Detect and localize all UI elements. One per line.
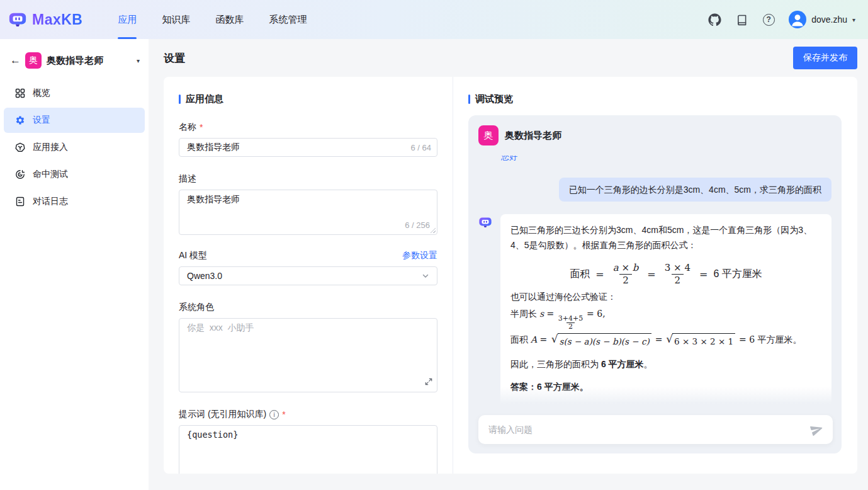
role-label: 系统角色 — [179, 302, 437, 313]
back-arrow-icon[interactable]: ← — [10, 54, 25, 67]
sidebar-item-hit-test[interactable]: 命中测试 — [4, 162, 145, 187]
section-accent-bar — [179, 94, 181, 104]
help-icon[interactable]: ? — [762, 13, 775, 26]
area-formula: 面积= a × b2 = 3 × 42 = 6 平方厘米 — [510, 262, 821, 287]
send-icon[interactable] — [810, 423, 824, 436]
question-input[interactable] — [488, 424, 810, 435]
chevron-down-icon — [422, 272, 429, 280]
target-icon — [15, 169, 25, 179]
main-nav: 应用 知识库 函数库 系统管理 — [105, 0, 319, 39]
save-publish-button[interactable]: 保存并发布 — [793, 47, 857, 69]
github-icon[interactable] — [707, 13, 721, 26]
nav-item-knowledge[interactable]: 知识库 — [149, 0, 203, 39]
sidebar-item-overview[interactable]: 概览 — [4, 81, 145, 106]
nav-item-functions[interactable]: 函数库 — [203, 0, 256, 39]
app-icon: 奥 — [25, 52, 42, 69]
chat-preview: 奥 奥数指导老师 您好 已知一个三角形的边长分别是3cm、4cm、5cm，求三角… — [468, 115, 842, 453]
prompt-label: 提示词 (无引用知识库) i * — [179, 409, 437, 420]
app-sidebar: ← 奥 奥数指导老师 ▾ 概览 设置 — [0, 39, 149, 490]
section-accent-bar — [468, 94, 470, 104]
ai-paragraph: 已知三角形的三边长分别为3cm、4cm和5cm，这是一个直角三角形（因为3、4、… — [510, 223, 821, 253]
model-select[interactable]: Qwen3.0 — [179, 266, 437, 285]
app-name: 奥数指导老师 — [47, 55, 137, 67]
ai-paragraph: 也可以通过海伦公式验证： — [510, 290, 821, 305]
expand-icon[interactable] — [425, 377, 432, 387]
params-settings-link[interactable]: 参数设置 — [402, 250, 437, 261]
prompt-textarea[interactable]: {question} — [179, 425, 437, 474]
chat-app-icon: 奥 — [478, 125, 499, 145]
caret-down-icon: ▾ — [852, 16, 855, 23]
debug-preview-pane: 调试预览 奥 奥数指导老师 您好 已知一个三角形的边长分别是3cm、4cm、5c… — [453, 77, 857, 474]
document-icon — [15, 197, 25, 207]
app-info-pane: 应用信息 名称* 6 / 64 描述 奥数指导老师 6 / 256 AI 模型 — [164, 77, 453, 474]
maxkb-logo[interactable]: MaxKB — [8, 10, 82, 29]
chat-messages[interactable]: 奥 奥数指导老师 您好 已知一个三角形的边长分别是3cm、4cm、5cm，求三角… — [468, 115, 842, 406]
gear-icon — [15, 115, 25, 125]
desc-label: 描述 — [179, 173, 437, 185]
required-mark: * — [282, 409, 285, 419]
heron-semi-perimeter: 半周长 s = 3+4+52 = 6, — [510, 306, 821, 331]
required-mark: * — [200, 122, 203, 132]
model-label: AI 模型 — [179, 250, 207, 261]
name-label: 名称* — [179, 122, 437, 133]
chat-input-bar — [478, 415, 833, 444]
caret-down-icon: ▾ — [137, 57, 140, 64]
model-select-value: Qwen3.0 — [187, 271, 222, 281]
heron-area-formula: 面积 A = √s(s − a)(s − b)(s − c) = √6 × 3 … — [510, 332, 821, 350]
sidebar-item-app-access[interactable]: 应用接入 — [4, 135, 145, 160]
user-menu[interactable]: dove.zhu ▾ — [789, 11, 855, 28]
section-app-info: 应用信息 — [179, 93, 437, 105]
box-icon — [15, 142, 25, 152]
name-input[interactable] — [179, 138, 437, 157]
user-name: dove.zhu — [811, 14, 847, 25]
top-navbar: MaxKB 应用 知识库 函数库 系统管理 ? dove.zhu ▾ — [0, 0, 868, 39]
grid-icon — [15, 88, 25, 98]
chat-app-title: 奥数指导老师 — [505, 130, 561, 142]
app-switcher[interactable]: ← 奥 奥数指导老师 ▾ — [0, 48, 149, 73]
ai-message-card: 已知三角形的三边长分别为3cm、4cm和5cm，这是一个直角三角形（因为3、4、… — [500, 214, 831, 406]
section-debug-preview: 调试预览 — [468, 93, 842, 105]
ai-conclusion: 因此，三角形的面积为 6 平方厘米。 — [510, 357, 821, 372]
nav-item-system[interactable]: 系统管理 — [256, 0, 319, 39]
ai-answer: 答案：6 平方厘米。 — [510, 380, 821, 395]
knowledge-sources-row: 知识来源 ❝ 引用分段 0 — [510, 402, 821, 406]
settings-card: 应用信息 名称* 6 / 64 描述 奥数指导老师 6 / 256 AI 模型 — [164, 77, 857, 474]
logo-wordmark: MaxKB — [32, 11, 82, 28]
ai-robot-icon — [478, 215, 492, 231]
user-avatar — [789, 11, 806, 28]
desc-textarea[interactable]: 奥数指导老师 — [179, 190, 437, 235]
clipped-link-fragment[interactable]: 您好 — [501, 156, 522, 161]
page-title: 设置 — [164, 51, 185, 66]
docs-icon[interactable] — [735, 13, 748, 26]
maxkb-robot-icon — [8, 10, 27, 29]
nav-item-apps[interactable]: 应用 — [105, 0, 149, 39]
system-role-textarea[interactable] — [179, 318, 437, 392]
sidebar-item-settings[interactable]: 设置 — [4, 108, 145, 133]
info-icon[interactable]: i — [269, 410, 279, 419]
sidebar-item-chat-logs[interactable]: 对话日志 — [4, 189, 145, 214]
user-message-bubble: 已知一个三角形的边长分别是3cm、4cm、5cm，求三角形的面积 — [559, 178, 831, 202]
